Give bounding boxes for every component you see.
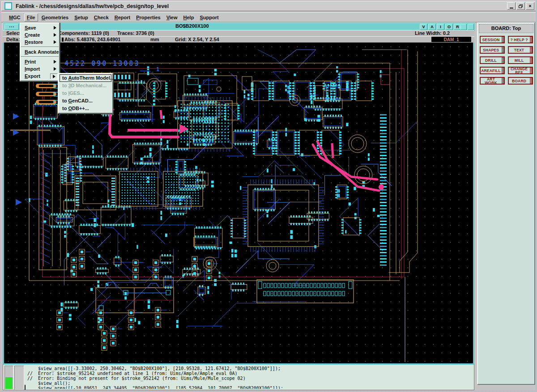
- board-button-session[interactable]: SESSION: [480, 36, 505, 43]
- svg-text:1: 1: [156, 66, 159, 72]
- units-label: mm: [150, 37, 159, 43]
- submenu-arrow-icon: [54, 33, 56, 37]
- console-line: $view_area([[-10.89651, 243.34495, "BO$B…: [27, 386, 472, 389]
- design-title: BO$B200X100: [175, 23, 209, 29]
- submenu-item-odbpp[interactable]: to ODB++...: [60, 105, 111, 112]
- board-button-text[interactable]: TEXT: [508, 46, 533, 54]
- console-line: // Error: $stroke_952142 undefined at li…: [27, 371, 472, 376]
- menu-item-create[interactable]: Create: [21, 31, 59, 38]
- board-button-board[interactable]: BOARD: [508, 77, 533, 85]
- menu-item-back-annotate[interactable]: Back Annotate: [21, 48, 59, 55]
- view-button-o[interactable]: O: [445, 24, 453, 30]
- menu-item-print[interactable]: Print: [21, 58, 59, 65]
- menu-separator: [21, 47, 59, 47]
- restore-icon: [519, 4, 523, 8]
- close-button[interactable]: ×: [526, 2, 534, 10]
- console-output: $view_area([[-3.33002, 250.30462, "BO$B2…: [27, 366, 472, 389]
- view-button-a[interactable]: A: [428, 24, 436, 30]
- menu-item-save[interactable]: Save: [21, 24, 59, 31]
- menu-item-import[interactable]: Import: [21, 65, 59, 72]
- submenu-arrow-icon: [54, 40, 56, 44]
- submenu-arrow-icon: [54, 67, 56, 71]
- submenu-arrow-box: [50, 73, 58, 79]
- board-button-help[interactable]: ? HELP ?: [508, 36, 533, 43]
- menu-item-setup[interactable]: Setup: [72, 14, 90, 21]
- abs-coordinates: Abs: 5.48376, 243.64901: [62, 37, 64, 43]
- console-line: $view_area([[-3.33002, 250.30462, "BO$B2…: [27, 366, 472, 371]
- components-count: Components: 1119 (0): [58, 30, 109, 36]
- menu-item-file[interactable]: File: [24, 13, 38, 21]
- submenu-item-gencad[interactable]: to GenCAD...: [60, 97, 111, 105]
- board-button-drill[interactable]: DRILL: [480, 56, 505, 64]
- app-icon: [4, 2, 12, 10]
- menu-item-restore[interactable]: Restore: [21, 38, 59, 46]
- submenu-arrow-icon: [54, 60, 56, 64]
- mdi-minimize-button[interactable]: [460, 24, 467, 30]
- console-line: // Error: Binding not present for $strok…: [27, 376, 472, 381]
- menu-item-help[interactable]: Help: [181, 14, 196, 21]
- window-frame-left: [0, 0, 1, 392]
- console-line: $view_all();: [27, 381, 472, 386]
- window-title: Fablink - /chess/designs/dallas/hw/tve/p…: [16, 3, 169, 9]
- file-menu: Save Create Restore Back Annotate Print …: [20, 22, 60, 81]
- restore-button[interactable]: [516, 2, 525, 10]
- view-button-i[interactable]: I: [437, 24, 444, 30]
- traces-count: Traces: 3736 (0): [117, 30, 154, 36]
- abs-marker-icon: [62, 38, 64, 42]
- menu-item-geometries[interactable]: Geometries: [39, 14, 71, 21]
- mdi-maximize-button[interactable]: [468, 24, 474, 30]
- minimize-icon: [510, 8, 513, 9]
- menu-item-report[interactable]: Report: [112, 14, 132, 21]
- line-width-value: Line Width: 0.2: [415, 30, 450, 36]
- minimize-button[interactable]: [507, 2, 516, 10]
- board-panel-title: BOARD: Top: [479, 24, 533, 33]
- menu-item-support[interactable]: Support: [197, 14, 221, 21]
- board-button-art-work[interactable]: ART WORK: [480, 77, 505, 85]
- menu-item-check[interactable]: Check: [92, 14, 111, 21]
- board-button-shapes[interactable]: SHAPES: [480, 46, 505, 54]
- console-caret: [25, 385, 26, 390]
- console-scrollbar[interactable]: [4, 366, 13, 390]
- window-frame-bottom: [0, 390, 537, 392]
- menu-item-export[interactable]: Export: [21, 72, 59, 80]
- console-panel[interactable]: $view_area([[-3.33002, 250.30462, "BO$B2…: [3, 363, 474, 390]
- board-button-change-ref[interactable]: CHANGE REF: [508, 67, 533, 74]
- svg-text:4522 090 13083: 4522 090 13083: [64, 60, 140, 68]
- menu-item-view[interactable]: View: [164, 14, 180, 21]
- board-button-areafill[interactable]: AREAFILL: [480, 67, 505, 74]
- menubar: MGC File Geometries Setup Check Report P…: [1, 12, 536, 22]
- menu-separator: [21, 56, 59, 57]
- submenu-item-3d-mechanical: to 3D Mechanical...: [60, 82, 111, 89]
- submenu-arrow-icon: [53, 75, 55, 78]
- grid-setting: Grid: X 2.54, Y 2.54: [175, 37, 219, 43]
- submenu-item-autotherm[interactable]: to AutoTherm Model...: [60, 74, 111, 82]
- menu-item-mgc[interactable]: MGC: [7, 14, 23, 21]
- submenu-arrow-icon: [54, 26, 56, 30]
- app-window: Fablink - /chess/designs/dallas/hw/tve/p…: [0, 0, 537, 392]
- board-panel: BOARD: Top SESSION ? HELP ? SHAPES TEXT …: [477, 22, 535, 385]
- console-progress: [5, 377, 13, 389]
- view-button-v[interactable]: V: [420, 24, 427, 30]
- export-submenu: to AutoTherm Model... to 3D Mechanical..…: [58, 73, 113, 114]
- layer-indicator[interactable]: DAM_1: [431, 37, 471, 42]
- window-menu-button[interactable]: [4, 24, 19, 30]
- board-button-mill[interactable]: MILL: [508, 56, 533, 64]
- submenu-item-iges: to IGES...: [60, 89, 111, 97]
- console-gutter[interactable]: [14, 366, 24, 390]
- menu-item-properties[interactable]: Properties: [134, 14, 162, 21]
- app-titlebar[interactable]: Fablink - /chess/designs/dallas/hw/tve/p…: [1, 1, 536, 11]
